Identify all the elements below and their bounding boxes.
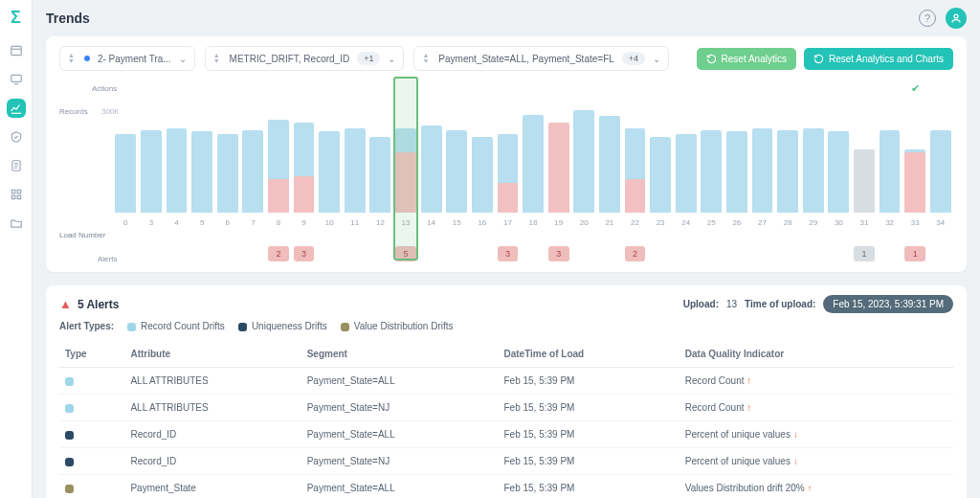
help-icon[interactable]: ?	[919, 10, 936, 27]
bar-col[interactable]	[240, 130, 266, 213]
bar-col[interactable]	[139, 130, 165, 213]
bar-col[interactable]	[724, 131, 750, 213]
bar-col[interactable]	[749, 128, 775, 213]
alerts-card: ▲ 5 Alerts Upload: 13 Time of upload: Fe…	[46, 285, 967, 498]
bar-col[interactable]	[266, 120, 292, 213]
bar-col[interactable]	[214, 134, 240, 213]
nav-reports[interactable]	[7, 156, 26, 175]
alert-badge[interactable]: 3	[294, 246, 315, 261]
xtick: 28	[775, 218, 801, 227]
bar-col[interactable]	[113, 134, 139, 213]
bar-col[interactable]	[877, 130, 902, 213]
cell-dqi: Record Count ↑	[679, 395, 953, 421]
chevron-down-icon: ⌄	[388, 54, 395, 64]
alert-badge[interactable]: 1	[904, 246, 925, 261]
xtick: 26	[724, 218, 750, 227]
bar-col[interactable]	[164, 128, 189, 213]
nav-trends[interactable]	[7, 99, 26, 118]
bar-col[interactable]	[852, 149, 878, 213]
time-pill: Feb 15, 2023, 5:39:31 PM	[823, 295, 953, 313]
nav-monitor[interactable]	[7, 70, 26, 89]
cell-datetime: Feb 15, 5:39 PM	[498, 368, 679, 395]
alert-badge[interactable]: 1	[854, 246, 875, 261]
upload-value: 13	[726, 299, 737, 309]
type-swatch-icon	[65, 377, 74, 386]
bar-col[interactable]	[546, 134, 571, 213]
xtick: 17	[495, 218, 521, 227]
svg-point-7	[954, 14, 958, 18]
xtick: 13	[393, 218, 419, 227]
xtick: 5	[189, 218, 215, 227]
reset-analytics-button[interactable]: Reset Analytics	[697, 48, 796, 70]
bar-col[interactable]	[928, 130, 954, 213]
bar-col[interactable]	[470, 137, 496, 213]
arrow-down-icon: ↓	[793, 456, 798, 466]
xlabel: Load Number	[59, 231, 953, 239]
table-row[interactable]: Payment_StatePayment_State=ALLFeb 15, 5:…	[59, 475, 953, 499]
alert-badge[interactable]: 3	[548, 246, 569, 261]
xtick: 24	[673, 218, 699, 227]
nav-folder[interactable]	[7, 214, 26, 233]
bar-col[interactable]	[775, 130, 801, 213]
stepper-icon[interactable]: ▲▼	[422, 53, 429, 64]
bar-col[interactable]	[291, 123, 317, 213]
stepper-icon[interactable]: ▲▼	[68, 53, 75, 64]
filter-segment[interactable]: ▲▼ Payment_State=ALL, Payment_State=FL +…	[413, 46, 669, 71]
table-row[interactable]: Record_IDPayment_State=ALLFeb 15, 5:39 P…	[59, 421, 953, 448]
nav-apps[interactable]	[7, 185, 26, 204]
arrow-up-icon: ↑	[807, 483, 812, 493]
xtick: 34	[928, 218, 954, 227]
bar-col[interactable]	[597, 116, 623, 213]
dataset-dot-icon	[84, 56, 90, 61]
bar-col[interactable]	[571, 110, 597, 213]
bar-col[interactable]	[521, 115, 546, 213]
filter-dataset[interactable]: ▲▼ 2- Payment Tra... ⌄	[59, 46, 195, 71]
bar-col[interactable]	[342, 128, 368, 213]
alert-badge[interactable]: 2	[625, 246, 646, 261]
bar-col[interactable]	[418, 125, 444, 213]
nav-quality[interactable]	[7, 127, 26, 147]
cell-datetime: Feb 15, 5:39 PM	[498, 475, 679, 499]
alert-badge[interactable]: 5	[395, 246, 416, 261]
bar-col[interactable]	[189, 131, 215, 213]
table-row[interactable]: ALL ATTRIBUTESPayment_State=ALLFeb 15, 5…	[59, 368, 953, 395]
bar-col[interactable]	[800, 128, 826, 213]
xtick: 3	[139, 218, 165, 227]
xtick: 14	[418, 218, 444, 227]
avatar[interactable]	[946, 8, 967, 29]
top-bar: Trends ?	[33, 0, 980, 36]
xtick: 25	[699, 218, 724, 227]
xtick: 21	[597, 218, 623, 227]
stepper-icon[interactable]: ▲▼	[213, 53, 220, 64]
bar-col[interactable]	[495, 134, 521, 213]
cell-dqi: Values Distribution drift 20% ↑	[679, 475, 953, 499]
cell-segment: Payment_State=NJ	[301, 448, 499, 475]
legend-record-count: Record Count Drifts	[127, 321, 225, 331]
filter-metric[interactable]: ▲▼ METRIC_DRIFT, Record_ID +1 ⌄	[205, 46, 405, 71]
bar-col[interactable]	[393, 128, 419, 213]
cell-attribute: Record_ID	[124, 448, 301, 475]
xtick: 18	[521, 218, 546, 227]
cell-dqi: Percent of unique values ↓	[679, 421, 953, 448]
table-row[interactable]: Record_IDPayment_State=NJFeb 15, 5:39 PM…	[59, 448, 953, 475]
reset-analytics-charts-button[interactable]: Reset Analytics and Charts	[804, 48, 953, 70]
nav-dashboard[interactable]	[7, 41, 26, 60]
alert-badge[interactable]: 2	[268, 246, 289, 261]
bar-col[interactable]	[699, 130, 724, 213]
table-header: Type	[59, 341, 124, 368]
upload-label: Upload:	[683, 299, 719, 309]
bar-col[interactable]	[673, 134, 699, 213]
bar-col[interactable]	[648, 137, 674, 213]
bar-col[interactable]	[826, 131, 852, 213]
bar-col[interactable]	[622, 128, 648, 213]
table-row[interactable]: ALL ATTRIBUTESPayment_State=NJFeb 15, 5:…	[59, 395, 953, 421]
xtick: 23	[648, 218, 674, 227]
cell-attribute: Record_ID	[124, 421, 301, 448]
bar-col[interactable]	[317, 131, 343, 213]
bar-col[interactable]	[444, 130, 470, 213]
bar-col[interactable]	[902, 149, 928, 213]
alert-badge[interactable]: 3	[498, 246, 519, 261]
cell-datetime: Feb 15, 5:39 PM	[498, 448, 679, 475]
bar-col[interactable]	[368, 137, 393, 213]
xtick: 30	[826, 218, 852, 227]
